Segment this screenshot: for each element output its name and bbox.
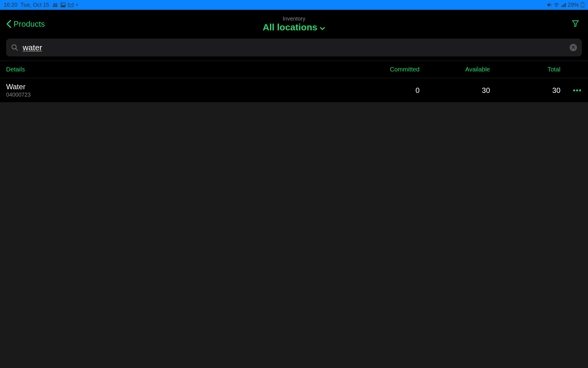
row-committed: 0 bbox=[349, 86, 420, 95]
svg-point-0 bbox=[54, 3, 55, 5]
column-details[interactable]: Details bbox=[6, 66, 349, 73]
back-label: Products bbox=[13, 19, 45, 29]
search-icon bbox=[11, 44, 18, 51]
column-available[interactable]: Available bbox=[420, 66, 490, 73]
product-sku: 04000723 bbox=[6, 92, 349, 98]
chevron-left-icon bbox=[6, 20, 12, 28]
status-time: 16:20 bbox=[4, 2, 17, 8]
filter-button[interactable] bbox=[569, 17, 582, 31]
image-icon bbox=[61, 2, 66, 7]
row-available: 30 bbox=[420, 86, 490, 95]
battery-icon bbox=[581, 2, 584, 8]
svg-rect-7 bbox=[563, 5, 564, 7]
status-bar: 16:20 Tue, Oct 15 • 29% bbox=[0, 0, 588, 10]
wifi-icon bbox=[554, 3, 559, 7]
svg-line-14 bbox=[16, 48, 17, 50]
row-total: 30 bbox=[490, 86, 560, 95]
more-icon: ••• bbox=[573, 86, 582, 94]
page-subtitle: Inventory bbox=[283, 16, 305, 22]
product-name: Water bbox=[6, 82, 349, 91]
status-date: Tue, Oct 15 bbox=[21, 2, 49, 8]
column-total[interactable]: Total bbox=[490, 66, 560, 73]
search-field[interactable] bbox=[6, 39, 582, 56]
battery-percent: 29% bbox=[568, 2, 579, 8]
dot-icon: • bbox=[76, 2, 78, 8]
mail-icon bbox=[68, 3, 74, 7]
app-header: Products Inventory All locations bbox=[0, 10, 588, 36]
location-label: All locations bbox=[263, 22, 317, 33]
table-header: Details Committed Available Total bbox=[0, 61, 588, 78]
svg-point-3 bbox=[62, 4, 63, 5]
clear-search-button[interactable] bbox=[570, 44, 577, 51]
chevron-down-icon bbox=[320, 22, 325, 33]
svg-point-1 bbox=[55, 3, 57, 5]
svg-line-4 bbox=[550, 4, 552, 6]
svg-rect-8 bbox=[564, 4, 565, 7]
people-icon bbox=[52, 3, 58, 7]
status-right: 29% bbox=[547, 2, 584, 8]
location-selector[interactable]: All locations bbox=[263, 22, 325, 33]
svg-rect-12 bbox=[582, 6, 584, 7]
signal-icon bbox=[561, 3, 566, 7]
column-committed[interactable]: Committed bbox=[349, 66, 420, 73]
filter-icon bbox=[571, 23, 579, 28]
search-input[interactable] bbox=[23, 43, 565, 52]
close-icon bbox=[571, 45, 575, 50]
svg-rect-6 bbox=[561, 6, 562, 7]
row-details: Water 04000723 bbox=[6, 82, 349, 98]
mute-icon bbox=[547, 2, 552, 7]
svg-rect-11 bbox=[582, 2, 583, 3]
status-app-icons: • bbox=[52, 2, 78, 8]
status-left: 16:20 Tue, Oct 15 • bbox=[4, 2, 78, 8]
svg-rect-9 bbox=[565, 3, 566, 7]
row-more-button[interactable]: ••• bbox=[560, 86, 582, 94]
svg-point-5 bbox=[556, 6, 557, 7]
table-row[interactable]: Water 04000723 0 30 30 ••• bbox=[0, 78, 588, 103]
back-button[interactable]: Products bbox=[6, 19, 45, 29]
